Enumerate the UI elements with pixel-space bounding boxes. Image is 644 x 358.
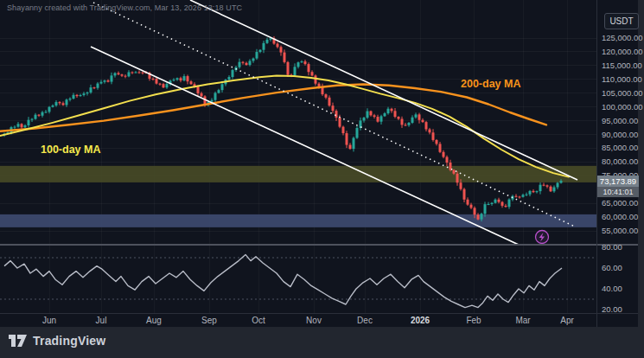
price-axis-label[interactable]: 100,000.00 bbox=[602, 102, 643, 112]
candle-body bbox=[86, 93, 89, 93]
candle-body bbox=[28, 120, 30, 125]
price-axis-label[interactable]: 110,000.00 bbox=[602, 74, 642, 84]
candle-body bbox=[546, 185, 549, 186]
tradingview-logo[interactable]: TradingView bbox=[9, 334, 105, 348]
candle-body bbox=[152, 79, 155, 80]
price-axis-label[interactable]: 95,000.00 bbox=[602, 116, 638, 125]
time-axis-label[interactable]: Sep bbox=[201, 316, 217, 325]
candle-body bbox=[384, 113, 386, 116]
candle-body bbox=[418, 114, 421, 119]
time-axis-label[interactable]: Jul bbox=[96, 316, 107, 325]
time-axis-label[interactable]: Feb bbox=[466, 316, 481, 325]
candle-body bbox=[456, 174, 459, 182]
support-zone bbox=[0, 214, 596, 227]
candle-body bbox=[429, 130, 431, 133]
candle-body bbox=[484, 204, 487, 214]
candle-body bbox=[377, 117, 379, 122]
candle-body bbox=[284, 53, 286, 62]
candle-body bbox=[508, 200, 511, 208]
candle-body bbox=[190, 81, 193, 84]
candle-countdown-tag: 10:41:01 bbox=[597, 187, 639, 197]
candle-body bbox=[536, 191, 539, 192]
candle-body bbox=[48, 107, 51, 112]
candle-body bbox=[121, 74, 124, 76]
candle-body bbox=[266, 40, 269, 43]
candle-body bbox=[539, 185, 542, 191]
chart-canvas[interactable]: 125,000.00120,000.00115,000.00110,000.00… bbox=[0, 0, 644, 358]
price-axis-label[interactable]: 120,000.00 bbox=[602, 47, 643, 56]
candle-body bbox=[35, 115, 37, 119]
candle-body bbox=[505, 206, 507, 207]
candle-body bbox=[31, 119, 34, 120]
candle-body bbox=[415, 114, 418, 117]
candle-body bbox=[118, 73, 120, 74]
candle-body bbox=[41, 112, 44, 116]
time-axis-label[interactable]: Apr bbox=[560, 316, 574, 325]
time-axis-label[interactable]: Jun bbox=[42, 316, 56, 325]
candle-body bbox=[197, 86, 200, 93]
candle-body bbox=[325, 94, 328, 98]
candle-body bbox=[463, 189, 466, 200]
rsi-axis-label[interactable]: 60.00 bbox=[602, 263, 622, 272]
price-axis-label[interactable]: 65,000.00 bbox=[602, 198, 638, 208]
price-axis-label[interactable]: 125,000.00 bbox=[602, 33, 643, 42]
rsi-axis-label[interactable]: 20.00 bbox=[602, 304, 622, 314]
price-axis-label[interactable]: 115,000.00 bbox=[602, 61, 642, 70]
candle-body bbox=[218, 90, 220, 93]
candle-body bbox=[128, 72, 131, 76]
candle-body bbox=[201, 93, 203, 96]
price-axis-label[interactable]: 60,000.00 bbox=[602, 212, 638, 221]
candle-body bbox=[280, 47, 283, 52]
candle-body bbox=[560, 181, 563, 182]
candle-body bbox=[387, 109, 390, 113]
candle-body bbox=[425, 122, 428, 129]
ma200-label: 200-day MA bbox=[461, 78, 520, 90]
candle-body bbox=[353, 137, 355, 149]
time-axis-label[interactable]: Mar bbox=[515, 316, 531, 325]
price-axis-label[interactable]: 105,000.00 bbox=[602, 88, 643, 98]
price-axis-label[interactable]: 90,000.00 bbox=[602, 130, 638, 139]
candle-body bbox=[460, 182, 462, 189]
candle-body bbox=[391, 109, 393, 112]
price-axis-label[interactable]: 85,000.00 bbox=[602, 143, 638, 152]
candle-body bbox=[342, 127, 345, 133]
candle-body bbox=[297, 62, 300, 67]
time-axis-label[interactable]: Oct bbox=[252, 316, 265, 325]
candle-body bbox=[356, 128, 359, 138]
price-axis-label[interactable]: 55,000.00 bbox=[602, 226, 638, 235]
candle-body bbox=[501, 202, 504, 206]
candle-body bbox=[301, 61, 303, 62]
tradingview-chart-window: 125,000.00120,000.00115,000.00110,000.00… bbox=[0, 0, 644, 358]
candle-body bbox=[249, 61, 252, 65]
candle-body bbox=[66, 99, 68, 105]
candle-body bbox=[287, 62, 290, 75]
candle-body bbox=[83, 93, 86, 95]
candle-body bbox=[411, 118, 414, 123]
candle-body bbox=[553, 188, 556, 192]
candle-body bbox=[294, 67, 296, 75]
time-axis-label[interactable]: Aug bbox=[146, 316, 162, 325]
candle-body bbox=[488, 204, 490, 205]
rsi-axis-label[interactable]: 80.00 bbox=[602, 242, 622, 252]
candle-body bbox=[432, 132, 435, 140]
time-axis-label[interactable]: Nov bbox=[306, 316, 322, 325]
candle-body bbox=[477, 214, 480, 219]
price-axis-label[interactable]: 80,000.00 bbox=[602, 157, 638, 166]
candle-body bbox=[38, 115, 41, 116]
candle-body bbox=[394, 111, 397, 117]
currency-toggle-button[interactable]: USDT bbox=[604, 13, 639, 29]
candle-body bbox=[69, 99, 72, 99]
candle-body bbox=[214, 93, 217, 99]
resistance-zone bbox=[0, 166, 596, 182]
candle-body bbox=[166, 84, 169, 87]
rsi-axis-label[interactable]: 40.00 bbox=[602, 284, 622, 293]
time-axis-label[interactable]: 2026 bbox=[411, 316, 430, 325]
candle-body bbox=[367, 112, 369, 118]
candle-body bbox=[494, 200, 497, 203]
time-axis-label[interactable]: Dec bbox=[357, 316, 373, 325]
candle-body bbox=[173, 80, 175, 80]
attribution-text: Shayanny created with TradingView.com, M… bbox=[7, 3, 242, 12]
candle-body bbox=[526, 195, 528, 195]
candle-body bbox=[242, 62, 245, 63]
candle-body bbox=[436, 140, 438, 144]
